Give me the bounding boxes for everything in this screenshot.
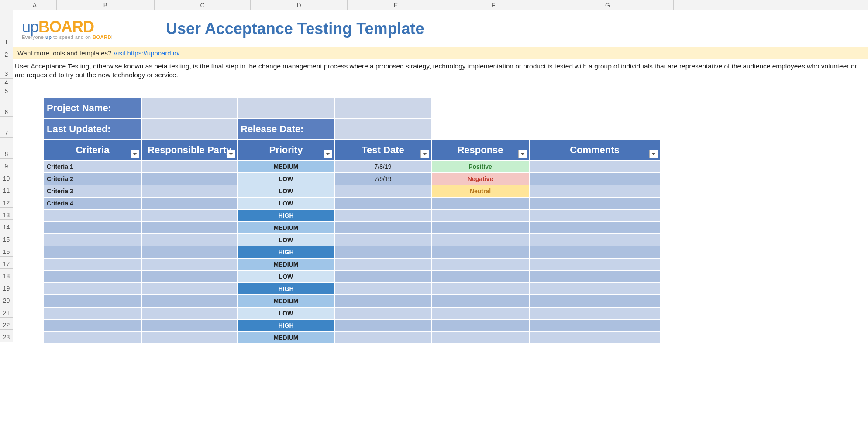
- cell-comments[interactable]: [529, 307, 660, 319]
- blank-d6[interactable]: [238, 98, 334, 119]
- input-project-name[interactable]: [141, 98, 238, 119]
- cell-responsible[interactable]: [141, 258, 238, 270]
- cell-responsible[interactable]: [141, 307, 238, 319]
- cell-criteria[interactable]: Criteria 4: [44, 197, 141, 209]
- cell-comments[interactable]: [529, 185, 660, 197]
- column-header-a[interactable]: A: [13, 0, 57, 10]
- filter-criteria-icon[interactable]: [131, 150, 139, 158]
- cell-test-date[interactable]: 7/8/19: [334, 161, 431, 173]
- cell-priority[interactable]: HIGH: [238, 209, 334, 222]
- cell-criteria[interactable]: [44, 332, 141, 344]
- row-header-13[interactable]: 13: [0, 208, 13, 220]
- cell-test-date[interactable]: [334, 270, 431, 283]
- banner-link[interactable]: Visit https://upboard.io/: [113, 49, 179, 57]
- cell-response[interactable]: Neutral: [431, 185, 529, 197]
- cell-comments[interactable]: [529, 209, 660, 222]
- cell-responsible[interactable]: [141, 234, 238, 246]
- row-header-14[interactable]: 14: [0, 220, 13, 232]
- cell-criteria[interactable]: [44, 209, 141, 222]
- cell-priority[interactable]: MEDIUM: [238, 332, 334, 344]
- cell-responsible[interactable]: [141, 197, 238, 209]
- column-header-g[interactable]: G: [542, 0, 673, 10]
- cell-criteria[interactable]: Criteria 2: [44, 173, 141, 185]
- row-header-19[interactable]: 19: [0, 281, 13, 293]
- cell-response[interactable]: [431, 283, 529, 295]
- cell-priority[interactable]: LOW: [238, 270, 334, 283]
- filter-priority-icon[interactable]: [324, 150, 332, 158]
- cell-comments[interactable]: [529, 283, 660, 295]
- cell-responsible[interactable]: [141, 283, 238, 295]
- cell-responsible[interactable]: [141, 246, 238, 258]
- cell-comments[interactable]: [529, 246, 660, 258]
- cell-test-date[interactable]: [334, 234, 431, 246]
- cell-response[interactable]: [431, 222, 529, 234]
- cell-responsible[interactable]: [141, 173, 238, 185]
- cell-priority[interactable]: MEDIUM: [238, 295, 334, 307]
- column-header-b[interactable]: B: [57, 0, 155, 10]
- row-header-3[interactable]: 3: [0, 59, 13, 79]
- row-header-8[interactable]: 8: [0, 138, 13, 159]
- cell-responsible[interactable]: [141, 295, 238, 307]
- column-header-f[interactable]: F: [444, 0, 542, 10]
- cell-priority[interactable]: MEDIUM: [238, 258, 334, 270]
- cell-test-date[interactable]: [334, 197, 431, 209]
- cell-response[interactable]: Positive: [431, 161, 529, 173]
- cell-priority[interactable]: LOW: [238, 197, 334, 209]
- cell-test-date[interactable]: [334, 283, 431, 295]
- cell-criteria[interactable]: [44, 270, 141, 283]
- cell-criteria[interactable]: [44, 258, 141, 270]
- cell-comments[interactable]: [529, 270, 660, 283]
- cell-responsible[interactable]: [141, 161, 238, 173]
- cell-priority[interactable]: MEDIUM: [238, 161, 334, 173]
- row-header-7[interactable]: 7: [0, 117, 13, 138]
- cell-test-date[interactable]: 7/9/19: [334, 173, 431, 185]
- cell-responsible[interactable]: [141, 222, 238, 234]
- cell-priority[interactable]: LOW: [238, 173, 334, 185]
- cell-criteria[interactable]: [44, 234, 141, 246]
- row-header-22[interactable]: 22: [0, 318, 13, 330]
- cell-criteria[interactable]: [44, 246, 141, 258]
- cell-comments[interactable]: [529, 258, 660, 270]
- cell-criteria[interactable]: [44, 295, 141, 307]
- cell-criteria[interactable]: Criteria 1: [44, 161, 141, 173]
- cell-test-date[interactable]: [334, 332, 431, 344]
- cell-response[interactable]: Negative: [431, 173, 529, 185]
- cell-comments[interactable]: [529, 161, 660, 173]
- cell-response[interactable]: [431, 209, 529, 222]
- cell-comments[interactable]: [529, 234, 660, 246]
- cell-comments[interactable]: [529, 173, 660, 185]
- filter-responsible-icon[interactable]: [227, 150, 235, 158]
- cell-test-date[interactable]: [334, 295, 431, 307]
- cell-criteria[interactable]: [44, 283, 141, 295]
- cell-priority[interactable]: HIGH: [238, 283, 334, 295]
- row-header-6[interactable]: 6: [0, 96, 13, 117]
- row-header-11[interactable]: 11: [0, 183, 13, 195]
- filter-response-icon[interactable]: [518, 150, 527, 158]
- cell-response[interactable]: [431, 319, 529, 332]
- column-header-e[interactable]: E: [348, 0, 444, 10]
- input-last-updated[interactable]: [141, 119, 238, 140]
- cell-comments[interactable]: [529, 295, 660, 307]
- cell-criteria[interactable]: [44, 222, 141, 234]
- cell-comments[interactable]: [529, 319, 660, 332]
- cell-response[interactable]: [431, 295, 529, 307]
- select-all-corner[interactable]: [0, 0, 13, 10]
- row-header-15[interactable]: 15: [0, 232, 13, 244]
- cell-responsible[interactable]: [141, 332, 238, 344]
- cell-priority[interactable]: LOW: [238, 307, 334, 319]
- cell-comments[interactable]: [529, 222, 660, 234]
- cell-comments[interactable]: [529, 332, 660, 344]
- filter-test-date-icon[interactable]: [420, 150, 429, 158]
- blank-e6[interactable]: [334, 98, 431, 119]
- cell-comments[interactable]: [529, 197, 660, 209]
- row-header-20[interactable]: 20: [0, 293, 13, 305]
- cell-priority[interactable]: HIGH: [238, 246, 334, 258]
- cell-response[interactable]: [431, 234, 529, 246]
- cell-response[interactable]: [431, 258, 529, 270]
- cell-response[interactable]: [431, 307, 529, 319]
- row-header-18[interactable]: 18: [0, 269, 13, 281]
- row-header-1[interactable]: 1: [0, 10, 13, 47]
- row-header-10[interactable]: 10: [0, 171, 13, 183]
- cell-response[interactable]: [431, 270, 529, 283]
- cell-responsible[interactable]: [141, 319, 238, 332]
